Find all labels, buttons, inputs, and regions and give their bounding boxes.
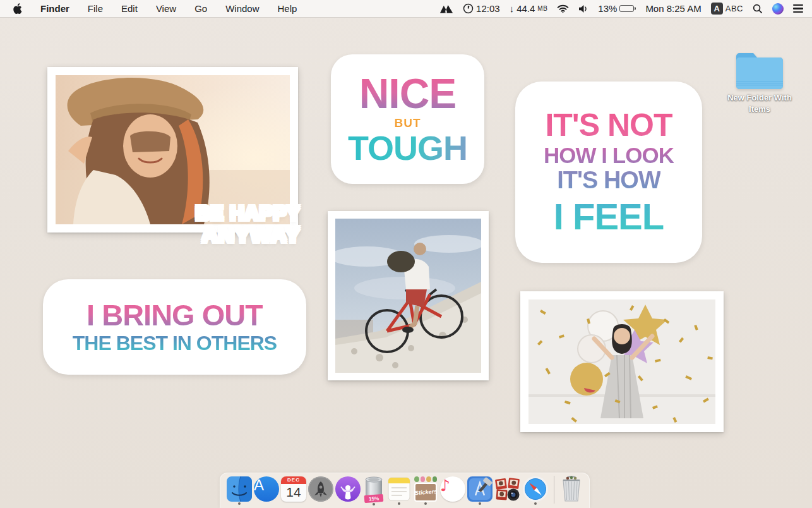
sticker-line-how-i-look: HOW I LOOK	[544, 144, 674, 167]
sticker-line-its-not: IT'S NOT	[545, 109, 672, 142]
dock-xcode-icon[interactable]	[467, 475, 493, 504]
download-unit: MB	[537, 5, 547, 12]
menu-edit[interactable]: Edit	[121, 3, 138, 14]
dock-app-store-icon[interactable]: A	[254, 475, 279, 504]
dock-photo-booth-icon[interactable]	[494, 475, 521, 504]
photo-mountain-biker[interactable]	[328, 211, 489, 380]
input-source[interactable]: A ABC	[711, 3, 743, 15]
sticker-line-i-bring-out: I BRING OUT	[87, 300, 263, 330]
menu-bar: Finder File Edit View Go Window Help 12:…	[0, 0, 812, 18]
siri-icon[interactable]	[772, 3, 784, 15]
dock-divider	[554, 476, 554, 504]
sticker-line-but: BUT	[394, 117, 421, 129]
clock-status[interactable]: 12:03	[463, 3, 500, 14]
sticker-i-bring-out-the-best[interactable]: I BRING OUT THE BEST IN OTHERS	[43, 279, 306, 375]
menu-window[interactable]: Window	[225, 3, 259, 14]
dock-battery-can-icon[interactable]: 15%	[362, 476, 385, 505]
mountain-biker-photo-image	[335, 219, 481, 373]
dock-podcasts-icon[interactable]	[335, 475, 361, 504]
menu-help[interactable]: Help	[278, 3, 297, 14]
folder-label: New Folder With Items	[719, 92, 801, 114]
menu-file[interactable]: File	[88, 3, 103, 14]
apple-menu-icon[interactable]	[13, 3, 22, 15]
dock-finder-icon[interactable]	[227, 475, 252, 504]
dock-notes-icon[interactable]	[387, 475, 411, 504]
sticker-its-how-i-feel[interactable]: IT'S NOT HOW I LOOK IT'S HOW I FEEL	[515, 82, 702, 263]
sticker-line-nice: NICE	[359, 73, 457, 115]
dock-safari-icon[interactable]	[523, 475, 548, 504]
confetti-woman-photo-image	[528, 299, 715, 424]
menubar-clock[interactable]: Mon 8:25 AM	[645, 3, 701, 14]
dock-music-icon[interactable]: ♪	[440, 475, 465, 504]
clock-time: 12:03	[476, 3, 500, 14]
sticker-line-its-how: IT'S HOW	[557, 168, 660, 193]
menu-go[interactable]: Go	[194, 3, 207, 14]
download-value: 44.4	[516, 3, 535, 14]
battery-icon	[619, 5, 636, 12]
dock-stickers-icon[interactable]: Stickers	[413, 475, 438, 504]
spotlight-search-icon[interactable]	[753, 4, 763, 14]
desktop-folder-new-folder-with-items[interactable]: New Folder With Items	[719, 48, 801, 114]
wifi-icon[interactable]	[557, 4, 569, 13]
desktop: New Folder With Items	[0, 18, 812, 508]
bandwidth-status[interactable]: ↓44.4MB	[510, 3, 548, 14]
dock-launchpad-icon[interactable]	[308, 475, 333, 504]
input-source-label: ABC	[725, 4, 743, 13]
dock-calendar-icon[interactable]: DEC 14	[281, 475, 306, 504]
caption-line-2: ANYWAY	[196, 223, 301, 245]
notification-center-icon[interactable]	[793, 4, 803, 13]
be-happy-anyway-caption: BE HAPPY ANYWAY	[196, 203, 301, 245]
sticker-line-tough: TOUGH	[348, 131, 467, 166]
volume-icon[interactable]	[578, 4, 588, 13]
battery-percent: 13%	[598, 3, 617, 14]
input-source-icon: A	[711, 3, 723, 15]
menu-view[interactable]: View	[156, 3, 176, 14]
battery-status[interactable]: 13%	[598, 3, 636, 14]
dock: A DEC 14	[220, 473, 590, 508]
sticker-nice-but-tough[interactable]: NICE BUT TOUGH	[331, 54, 484, 184]
sticker-line-i-feel: I FEEL	[554, 198, 664, 235]
download-arrow: ↓	[510, 3, 515, 14]
photo-confetti-celebration[interactable]	[520, 291, 724, 432]
clock-icon	[463, 3, 474, 14]
sticker-line-the-best: THE BEST IN OTHERS	[73, 333, 277, 354]
menu-finder[interactable]: Finder	[40, 3, 69, 14]
mountain-m-icon[interactable]	[439, 4, 453, 14]
folder-icon	[734, 48, 785, 90]
dock-trash-icon[interactable]	[560, 475, 583, 504]
caption-line-1: BE HAPPY	[196, 203, 301, 223]
photo-be-happy-anyway[interactable]: BE HAPPY ANYWAY	[47, 67, 298, 233]
